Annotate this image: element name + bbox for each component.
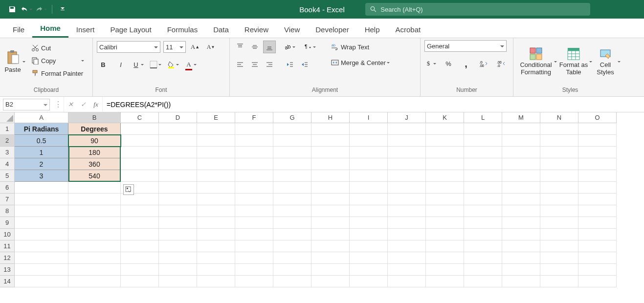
cell-M1[interactable] [502,123,540,135]
cell-G5[interactable] [273,170,311,182]
cell-H1[interactable] [311,123,350,135]
cell-H7[interactable] [311,194,350,205]
cell-L12[interactable] [464,252,502,264]
cell-F13[interactable] [235,264,273,276]
italic-button[interactable]: I [114,58,127,71]
cell-G10[interactable] [273,229,311,240]
cell-G1[interactable] [273,123,311,135]
cell-O4[interactable] [578,158,617,170]
cell-A5[interactable]: 3 [15,170,68,182]
cell-M8[interactable] [502,205,540,217]
cell-G8[interactable] [273,205,311,217]
cell-A14[interactable] [15,276,68,287]
cell-B9[interactable] [68,217,121,229]
cell-L1[interactable] [464,123,502,135]
cell-G3[interactable] [273,147,311,158]
cell-N3[interactable] [540,147,578,158]
cell-O1[interactable] [578,123,617,135]
cell-I4[interactable] [350,158,388,170]
col-header-M[interactable]: M [502,112,540,123]
cell-K13[interactable] [426,264,464,276]
cell-G7[interactable] [273,194,311,205]
cell-F10[interactable] [235,229,273,240]
orientation-button[interactable]: ab [284,41,296,53]
underline-button[interactable]: U [132,58,145,71]
enter-formula-button[interactable]: ✓ [78,101,89,108]
cell-H2[interactable] [311,135,350,147]
row-header-11[interactable]: 11 [0,240,15,252]
row-header-9[interactable]: 9 [0,217,15,229]
cell-A7[interactable] [15,194,68,205]
cell-B8[interactable] [68,205,121,217]
cell-E11[interactable] [197,240,235,252]
cell-O12[interactable] [578,252,617,264]
cell-C7[interactable] [121,194,159,205]
conditional-formatting-button[interactable]: Conditional Formatting [519,40,558,83]
cell-L5[interactable] [464,170,502,182]
cell-A6[interactable] [15,182,68,194]
cell-J1[interactable] [388,123,426,135]
cell-C2[interactable] [121,135,159,147]
merge-center-button[interactable]: Merge & Center [329,57,391,68]
cell-B13[interactable] [68,264,121,276]
cell-E1[interactable] [197,123,235,135]
col-header-J[interactable]: J [388,112,426,123]
cell-M3[interactable] [502,147,540,158]
cell-N7[interactable] [540,194,578,205]
col-header-A[interactable]: A [15,112,68,123]
cell-H5[interactable] [311,170,350,182]
cell-O2[interactable] [578,135,617,147]
cell-C1[interactable] [121,123,159,135]
cell-N13[interactable] [540,264,578,276]
tab-help[interactable]: Help [357,22,388,38]
col-header-L[interactable]: L [464,112,502,123]
cell-N14[interactable] [540,276,578,287]
cell-I14[interactable] [350,276,388,287]
cell-I12[interactable] [350,252,388,264]
cell-N9[interactable] [540,217,578,229]
cell-E10[interactable] [197,229,235,240]
cell-M14[interactable] [502,276,540,287]
percent-format-button[interactable]: % [442,57,455,70]
cell-O9[interactable] [578,217,617,229]
cell-F14[interactable] [235,276,273,287]
cell-L7[interactable] [464,194,502,205]
cell-L10[interactable] [464,229,502,240]
cell-A12[interactable] [15,252,68,264]
cell-N6[interactable] [540,182,578,194]
cell-styles-button[interactable]: Cell Styles [594,40,622,83]
cell-E12[interactable] [197,252,235,264]
cell-M2[interactable] [502,135,540,147]
cell-I2[interactable] [350,135,388,147]
cell-G14[interactable] [273,276,311,287]
cell-N4[interactable] [540,158,578,170]
wrap-text-button[interactable]: ab Wrap Text [329,41,391,53]
align-right-button[interactable] [263,58,276,71]
cell-G4[interactable] [273,158,311,170]
customize-qat-button[interactable] [56,3,69,16]
decrease-decimal-button[interactable]: .00.0 [495,57,508,70]
cell-I6[interactable] [350,182,388,194]
cell-L9[interactable] [464,217,502,229]
cell-G13[interactable] [273,264,311,276]
cell-L3[interactable] [464,147,502,158]
cell-K5[interactable] [426,170,464,182]
decrease-indent-button[interactable] [284,58,296,71]
insert-function-button[interactable]: fx [90,101,101,108]
cell-H14[interactable] [311,276,350,287]
format-painter-button[interactable]: Format Painter [29,67,85,79]
cell-F11[interactable] [235,240,273,252]
cell-O11[interactable] [578,240,617,252]
autofill-options-button[interactable] [123,184,134,195]
shrink-font-button[interactable]: A▼ [204,41,217,53]
cell-N10[interactable] [540,229,578,240]
cell-C9[interactable] [121,217,159,229]
cell-O8[interactable] [578,205,617,217]
cell-J10[interactable] [388,229,426,240]
cell-M11[interactable] [502,240,540,252]
cell-L14[interactable] [464,276,502,287]
cell-C10[interactable] [121,229,159,240]
cell-B5[interactable]: 540 [68,170,121,182]
cell-D12[interactable] [159,252,197,264]
cell-A3[interactable]: 1 [15,147,68,158]
